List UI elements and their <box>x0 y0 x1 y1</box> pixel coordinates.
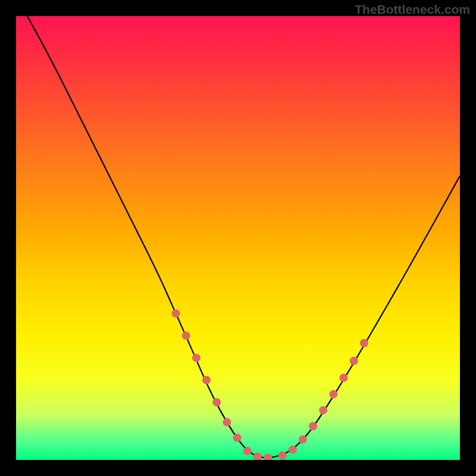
marker-dot <box>264 453 272 460</box>
marker-dot <box>278 452 287 460</box>
marker-dot <box>360 339 368 347</box>
watermark-text: TheBottleneck.com <box>355 2 470 17</box>
marker-dot <box>299 436 307 444</box>
marker-dot <box>202 376 211 384</box>
markers-right <box>278 339 368 460</box>
plot-area <box>16 16 460 460</box>
markers-left <box>172 309 272 460</box>
marker-dot <box>289 446 297 454</box>
marker-dot <box>182 331 190 340</box>
marker-dot <box>243 447 252 455</box>
marker-dot <box>329 390 337 399</box>
curve-line <box>25 16 460 458</box>
chart-svg <box>16 16 460 460</box>
marker-dot <box>319 406 327 414</box>
marker-dot <box>309 422 317 430</box>
marker-dot <box>350 357 358 365</box>
marker-dot <box>212 398 221 406</box>
marker-dot <box>340 374 348 382</box>
marker-dot <box>253 453 262 460</box>
marker-dot <box>192 353 201 362</box>
marker-dot <box>233 434 242 442</box>
marker-dot <box>172 309 180 318</box>
marker-dot <box>223 418 231 427</box>
